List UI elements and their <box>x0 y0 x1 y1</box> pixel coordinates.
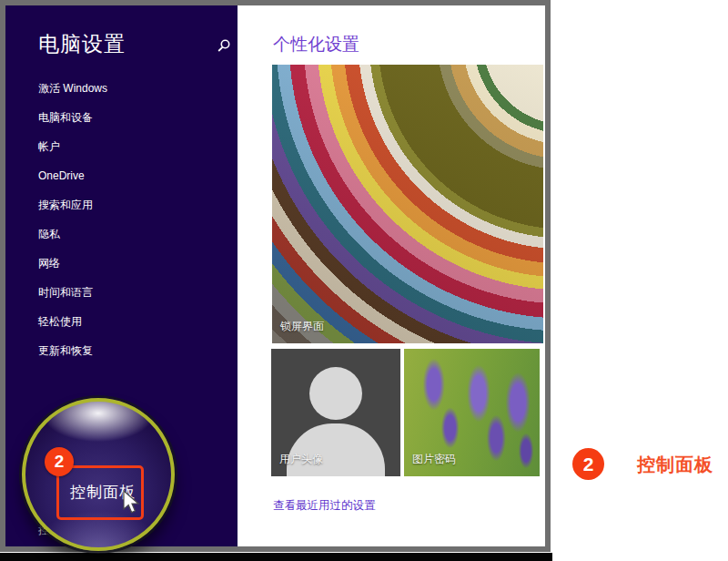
sidebar-item-search-and-apps[interactable]: 搜索和应用 <box>38 199 107 210</box>
magnifier-callout: 控制面板 2 <box>22 398 175 551</box>
sidebar-item-update-and-recovery[interactable]: 更新和恢复 <box>38 345 107 356</box>
section-heading: 个性化设置 <box>273 33 359 56</box>
sidebar-item-privacy[interactable]: 隐私 <box>38 229 107 240</box>
mouse-cursor-icon <box>121 490 141 517</box>
side-control-panel-label: 控制面板 <box>637 453 713 477</box>
lock-screen-label: 锁屏界面 <box>280 319 324 334</box>
search-icon[interactable] <box>217 38 231 53</box>
picture-password-tile[interactable]: 图片密码 <box>404 349 540 476</box>
side-step-number: 2 <box>583 454 594 475</box>
sidebar-item-network[interactable]: 网络 <box>38 258 107 269</box>
sidebar-item-time-and-language[interactable]: 时间和语言 <box>38 287 107 298</box>
account-picture-label: 用户头像 <box>279 452 323 467</box>
taskbar-strip <box>0 553 552 561</box>
avatar-head-shape <box>309 367 362 420</box>
sidebar-item-onedrive[interactable]: OneDrive <box>38 170 107 181</box>
sidebar-item-activate-windows[interactable]: 激活 Windows <box>38 83 107 94</box>
page-title: 电脑设置 <box>38 30 126 58</box>
sidebar-item-ease-of-access[interactable]: 轻松使用 <box>38 316 107 327</box>
picture-password-label: 图片密码 <box>412 452 456 467</box>
side-step-badge: 2 <box>572 448 604 480</box>
step-number: 2 <box>55 452 65 472</box>
sidebar-item-pc-and-devices[interactable]: 电脑和设备 <box>38 112 107 123</box>
sidebar-item-accounts[interactable]: 帐户 <box>38 141 107 152</box>
screenshot: 电脑设置 激活 Windows 电脑和设备 帐户 OneDrive 搜索和应用 … <box>0 0 728 561</box>
account-picture-tile[interactable]: 用户头像 <box>271 349 400 476</box>
lock-screen-preview[interactable]: 锁屏界面 <box>272 65 543 343</box>
sidebar-nav: 激活 Windows 电脑和设备 帐户 OneDrive 搜索和应用 隐私 网络… <box>38 83 107 356</box>
avatar-body-shape <box>287 423 385 476</box>
recent-settings-link[interactable]: 查看最近用过的设置 <box>273 498 376 514</box>
step-badge: 2 <box>45 447 74 476</box>
